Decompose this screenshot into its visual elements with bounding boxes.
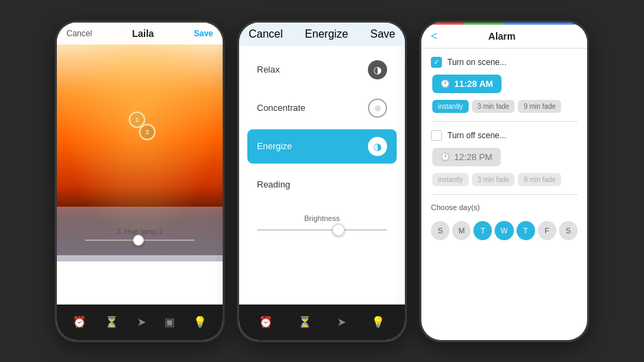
energize-icon: ◑ <box>368 137 387 156</box>
scene-reading[interactable]: Reading ≡ <box>247 168 397 202</box>
nav-bulb-icon[interactable]: 💡 <box>193 315 207 328</box>
phone2-topbar: Cancel Energize Save <box>239 23 405 46</box>
lamp-section: 2. Hue lamp 2 <box>57 207 223 261</box>
turn-on-checkbox[interactable]: ✓ <box>431 57 442 68</box>
brightness-thumb[interactable] <box>332 224 345 236</box>
phone2-bottom-nav: ⏰ ⏳ ➤ 💡 <box>239 305 405 340</box>
phone3-title: Alarm <box>443 31 561 42</box>
scene-relax[interactable]: Relax ◑ <box>247 53 397 87</box>
handle-1[interactable]: 1 <box>129 112 145 128</box>
days-row: S M T W T F S <box>431 221 578 240</box>
nav2-timer-icon[interactable]: ⏳ <box>298 315 312 328</box>
turn-on-label: Turn on scene... <box>447 57 506 67</box>
phone2-title: Energize <box>305 28 348 40</box>
time-off-pill[interactable]: 🕐 12:28 PM <box>432 148 501 166</box>
phone-1: Cancel Laila Save 1 2 2. Hue lamp 2 ⏰ ⏳ … <box>55 21 225 342</box>
3min-on-btn[interactable]: 3 min fade <box>472 100 515 113</box>
divider-1 <box>431 121 578 122</box>
turn-on-row: ✓ Turn on scene... <box>431 57 578 68</box>
day-thu[interactable]: T <box>517 221 535 240</box>
back-button[interactable]: < <box>431 30 437 42</box>
scene-list: Relax ◑ Concentrate ◎ Energize ◑ Reading… <box>239 46 405 202</box>
fade-off-buttons: instantly 3 min fade 9 min fade <box>432 173 578 186</box>
turn-off-label: Turn off scene... <box>447 131 506 140</box>
brightness-label: Brightness <box>304 214 340 222</box>
phone2-screen: Cancel Energize Save Relax ◑ Concentrate… <box>239 23 405 340</box>
phone3-screen: < Alarm ✓ Turn on scene... 🕐 11:28 AM in… <box>421 23 587 340</box>
nav-location-icon[interactable]: ➤ <box>137 315 146 328</box>
day-fri[interactable]: F <box>538 221 556 240</box>
clock-on-icon: 🕐 <box>441 79 450 88</box>
phone2-save[interactable]: Save <box>371 28 395 40</box>
slider-thumb[interactable] <box>133 235 144 246</box>
phone3-topbar: < Alarm <box>421 25 587 49</box>
turn-off-checkbox[interactable] <box>431 130 442 141</box>
scene-relax-label: Relax <box>257 64 280 75</box>
nav-timer-icon[interactable]: ⏳ <box>105 315 119 328</box>
phone-3: < Alarm ✓ Turn on scene... 🕐 11:28 AM in… <box>419 21 589 342</box>
day-tue[interactable]: T <box>473 221 492 240</box>
turn-off-row: Turn off scene... <box>431 130 578 141</box>
instantly-on-btn[interactable]: instantly <box>432 100 469 113</box>
phone1-topbar: Cancel Laila Save <box>57 23 223 44</box>
brightness-section: Brightness <box>239 202 405 236</box>
clock-off-icon: 🕐 <box>441 153 450 161</box>
phone-2: Cancel Energize Save Relax ◑ Concentrate… <box>237 21 407 342</box>
reading-icon: ≡ <box>368 175 387 194</box>
nav2-bulb-icon[interactable]: 💡 <box>371 315 385 328</box>
9min-off-btn: 9 min fade <box>518 173 561 186</box>
handle-2[interactable]: 2 <box>139 124 156 140</box>
phone1-save[interactable]: Save <box>194 29 213 38</box>
phone1-cancel[interactable]: Cancel <box>66 29 92 38</box>
alarm-content: ✓ Turn on scene... 🕐 11:28 AM instantly … <box>421 49 587 248</box>
phone1-title: Laila <box>132 28 154 39</box>
fade-on-buttons: instantly 3 min fade 9 min fade <box>432 100 578 113</box>
scene-concentrate[interactable]: Concentrate ◎ <box>247 91 397 125</box>
day-wed[interactable]: W <box>495 221 513 240</box>
brightness-slider[interactable] <box>85 240 195 241</box>
day-sun[interactable]: S <box>431 221 449 240</box>
nav2-alarm-icon[interactable]: ⏰ <box>259 315 273 328</box>
nav-group-icon[interactable]: ▣ <box>164 315 175 328</box>
relax-icon: ◑ <box>368 60 387 79</box>
scene-energize-label: Energize <box>257 141 292 151</box>
concentrate-icon: ◎ <box>368 99 387 118</box>
nav-alarm-icon[interactable]: ⏰ <box>73 315 86 328</box>
instantly-off-btn: instantly <box>432 173 469 186</box>
brightness-slider[interactable] <box>257 229 387 231</box>
9min-on-btn[interactable]: 9 min fade <box>518 100 561 113</box>
divider-2 <box>431 194 578 195</box>
phone1-screen: Cancel Laila Save 1 2 2. Hue lamp 2 ⏰ ⏳ … <box>57 23 223 340</box>
nav2-location-icon[interactable]: ➤ <box>337 315 346 328</box>
day-sat[interactable]: S <box>559 221 578 240</box>
scene-reading-label: Reading <box>257 179 290 190</box>
phone1-bottom-nav: ⏰ ⏳ ➤ ▣ 💡 <box>57 305 223 340</box>
day-mon[interactable]: M <box>452 221 471 240</box>
phone2-cancel[interactable]: Cancel <box>249 28 283 40</box>
scene-concentrate-label: Concentrate <box>257 103 306 113</box>
3min-off-btn: 3 min fade <box>472 173 515 186</box>
days-label: Choose day(s) <box>431 203 578 211</box>
lamp-label: 2. Hue lamp 2 <box>116 227 163 235</box>
time-on-pill[interactable]: 🕐 11:28 AM <box>432 75 501 93</box>
time-off-value: 12:28 PM <box>454 152 493 162</box>
scene-energize[interactable]: Energize ◑ <box>247 129 397 164</box>
time-on-value: 11:28 AM <box>454 79 493 89</box>
